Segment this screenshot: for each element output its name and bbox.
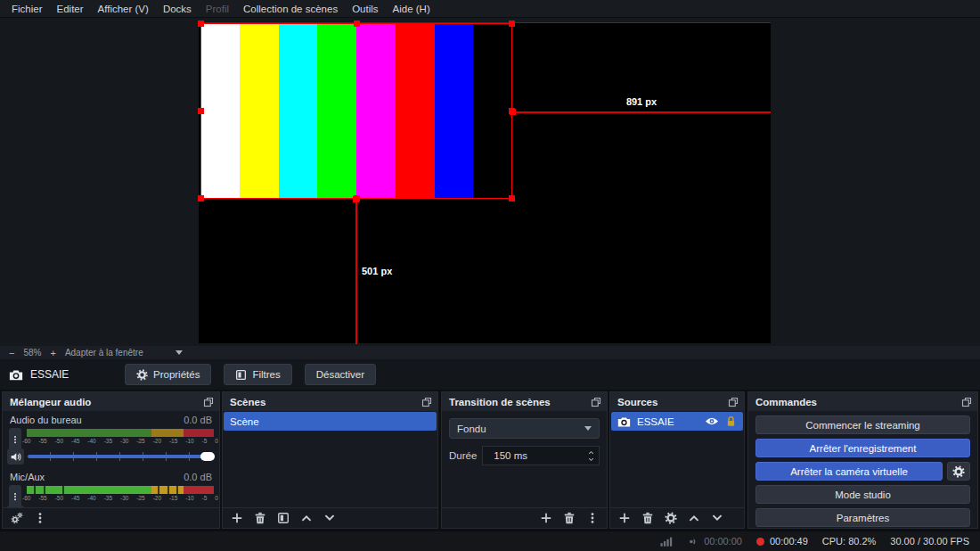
audio-mixer-header[interactable]: Mélangeur audio bbox=[3, 392, 219, 411]
speaker-icon bbox=[10, 451, 21, 463]
filters-button[interactable]: Filtres bbox=[224, 364, 291, 385]
popout-icon[interactable] bbox=[728, 397, 739, 407]
zoom-fit-select[interactable]: Adapter à la fenêtre bbox=[65, 348, 143, 358]
menu-docks[interactable]: Docks bbox=[157, 2, 198, 16]
add-icon[interactable] bbox=[618, 512, 631, 524]
deactivate-button[interactable]: Désactiver bbox=[305, 364, 376, 385]
scenes-header[interactable]: Scènes bbox=[223, 392, 437, 411]
resize-handle-top-right[interactable] bbox=[509, 21, 515, 27]
visibility-eye-icon[interactable] bbox=[705, 416, 719, 426]
resize-handle-bottom-right[interactable] bbox=[509, 195, 515, 201]
transition-select[interactable]: Fondu bbox=[449, 418, 600, 439]
remove-icon[interactable] bbox=[641, 512, 654, 524]
scale-tick: -5 bbox=[202, 495, 208, 501]
volume-slider-handle[interactable] bbox=[200, 452, 215, 461]
move-up-icon[interactable] bbox=[300, 512, 313, 524]
zoom-in-button[interactable]: + bbox=[50, 348, 55, 358]
signal-bars-icon bbox=[660, 537, 673, 547]
resize-handle-top-left[interactable] bbox=[198, 21, 204, 27]
filters-label: Filtres bbox=[252, 369, 280, 380]
sources-header[interactable]: Sources bbox=[610, 392, 744, 411]
param-tres-button[interactable]: Paramètres bbox=[755, 508, 970, 527]
fps-counter: 30.00 / 30.00 FPS bbox=[890, 536, 969, 547]
remove-icon[interactable] bbox=[563, 512, 576, 524]
more-icon[interactable] bbox=[34, 512, 46, 524]
menu-outils[interactable]: Outils bbox=[346, 2, 384, 16]
lock-icon[interactable] bbox=[725, 415, 737, 427]
sources-toolbar bbox=[610, 507, 744, 528]
mute-button[interactable] bbox=[7, 506, 24, 507]
scale-tick: -30 bbox=[120, 495, 128, 501]
width-guide-label: 891 px bbox=[512, 96, 771, 107]
menu-collection-de-sc-nes[interactable]: Collection de scènes bbox=[237, 2, 344, 16]
scene-name: Scène bbox=[230, 416, 259, 427]
resize-handle-middle-left[interactable] bbox=[198, 108, 204, 114]
filters-icon[interactable] bbox=[277, 512, 290, 524]
status-bar: 00:00:00 00:00:49 CPU: 80.2% 30.00 / 30.… bbox=[0, 530, 980, 551]
zoom-out-button[interactable]: − bbox=[9, 348, 14, 358]
add-icon[interactable] bbox=[540, 512, 552, 524]
scale-tick: 0 bbox=[215, 438, 218, 444]
mute-button[interactable] bbox=[7, 448, 24, 465]
transitions-body: Fondu Durée 150 ms bbox=[442, 411, 607, 507]
channel-name: Audio du bureau bbox=[10, 415, 82, 425]
remove-icon[interactable] bbox=[254, 512, 266, 524]
mode-studio-button[interactable]: Mode studio bbox=[755, 485, 970, 504]
channel-menu-button[interactable] bbox=[9, 485, 21, 507]
resize-handle-bottom-left[interactable] bbox=[198, 195, 204, 201]
camera-icon bbox=[9, 369, 23, 381]
gear-icon[interactable] bbox=[665, 512, 677, 524]
menu-editer[interactable]: Editer bbox=[51, 2, 90, 16]
properties-button[interactable]: Propriétés bbox=[125, 364, 211, 385]
controls-title: Commandes bbox=[755, 397, 817, 407]
sources-list: ESSAIE bbox=[610, 411, 744, 507]
preview-area[interactable]: 891 px 501 px bbox=[0, 18, 980, 346]
virtual-camera-config-button[interactable] bbox=[947, 462, 970, 481]
menu-aide-h-[interactable]: Aide (H) bbox=[387, 2, 437, 16]
program-canvas[interactable]: 891 px 501 px bbox=[199, 22, 771, 343]
arr-ter-l-enregistrement-button[interactable]: Arrêter l'enregistrement bbox=[755, 439, 970, 457]
menu-afficher-v-[interactable]: Afficher (V) bbox=[92, 2, 155, 16]
mixer-channel-mic-aux: Mic/Aux 0.0 dB -60-55-50-45-40-3 bbox=[3, 468, 219, 507]
scene-item[interactable]: Scène bbox=[224, 412, 437, 431]
chevron-down-icon[interactable] bbox=[176, 350, 183, 355]
popout-icon[interactable] bbox=[591, 397, 601, 407]
channel-db-value: 0.0 dB bbox=[184, 415, 212, 425]
scale-tick: -50 bbox=[55, 438, 63, 444]
stream-health bbox=[660, 537, 673, 547]
resize-handle-top-center[interactable] bbox=[354, 21, 360, 27]
scenes-toolbar bbox=[223, 507, 437, 528]
add-icon[interactable] bbox=[231, 512, 243, 524]
transitions-title: Transition de scènes bbox=[449, 397, 551, 407]
controls-header[interactable]: Commandes bbox=[748, 392, 977, 411]
spin-up-icon[interactable] bbox=[587, 449, 595, 456]
scale-tick: -15 bbox=[169, 438, 177, 444]
kebab-icon bbox=[11, 490, 20, 503]
move-down-icon[interactable] bbox=[323, 512, 336, 524]
menu-profil[interactable]: Profil bbox=[200, 2, 235, 16]
advanced-audio-icon[interactable] bbox=[11, 512, 23, 524]
commencer-le-streaming-button[interactable]: Commencer le streaming bbox=[755, 415, 970, 434]
move-down-icon[interactable] bbox=[711, 512, 723, 524]
arr-ter-la-cam-ra-virtuelle-button[interactable]: Arrêter la caméra virtuelle bbox=[755, 462, 943, 481]
stream-timer: 00:00:00 bbox=[687, 536, 742, 547]
transitions-header[interactable]: Transition de scènes bbox=[442, 392, 607, 411]
controls-body: Commencer le streamingArrêter l'enregist… bbox=[748, 411, 977, 528]
audio-mixer-dock: Mélangeur audio Audio du bureau 0.0 dB -… bbox=[2, 391, 220, 529]
volume-slider[interactable] bbox=[28, 455, 215, 458]
source-selection-box[interactable] bbox=[200, 23, 512, 199]
move-up-icon[interactable] bbox=[688, 512, 700, 524]
source-item[interactable]: ESSAIE bbox=[611, 412, 743, 431]
menu-fichier[interactable]: Fichier bbox=[5, 2, 49, 16]
duration-spinbox[interactable]: 150 ms bbox=[482, 446, 600, 465]
popout-icon[interactable] bbox=[961, 397, 972, 407]
meter-scale: -60-55-50-45-40-35-30-25-20-15-10-50 bbox=[22, 438, 218, 444]
stream-icon bbox=[687, 536, 698, 547]
sources-title: Sources bbox=[617, 397, 657, 407]
transitions-toolbar bbox=[442, 507, 607, 528]
spin-down-icon[interactable] bbox=[587, 456, 595, 463]
more-icon[interactable] bbox=[586, 512, 599, 524]
scale-tick: -5 bbox=[202, 438, 208, 444]
popout-icon[interactable] bbox=[203, 397, 214, 407]
popout-icon[interactable] bbox=[421, 397, 432, 407]
